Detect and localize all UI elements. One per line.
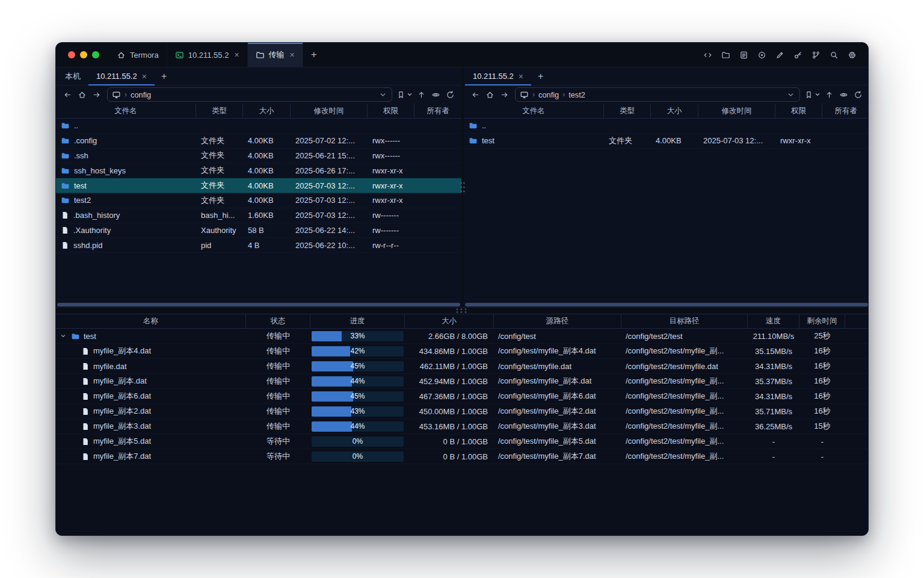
column-header-3[interactable]: 修改时间 — [291, 104, 368, 118]
parent-directory-button[interactable] — [414, 88, 428, 101]
column-header-2[interactable]: 大小 — [243, 104, 291, 118]
main-tab-2[interactable]: 传输× — [248, 43, 303, 67]
home-button[interactable] — [483, 88, 496, 101]
file-row[interactable]: .bash_historybash_hi...1.60KB2025-07-03 … — [56, 208, 461, 223]
log-button[interactable] — [737, 48, 751, 62]
transfer-row[interactable]: myfile_副本6.dat传输中45%467.36MB / 1.00GB/co… — [56, 389, 868, 404]
close-panel-tab-button[interactable]: × — [142, 72, 147, 81]
new-panel-tab-button[interactable]: + — [531, 67, 550, 85]
main-tab-1[interactable]: 10.211.55.2× — [167, 43, 248, 67]
breadcrumb-segment[interactable]: test2 — [568, 90, 585, 99]
transfer-column-header-0[interactable]: 名称 — [56, 314, 246, 328]
file-row[interactable]: .XauthorityXauthority58 B2025-06-22 14:.… — [56, 223, 461, 238]
back-button[interactable] — [61, 88, 74, 101]
column-header-1[interactable]: 类型 — [196, 104, 243, 118]
back-button[interactable] — [469, 88, 482, 101]
file-row[interactable]: .. — [464, 119, 869, 134]
file-row[interactable]: test2文件夹4.00KB2025-07-03 12:...rwxr-xr-x — [56, 193, 461, 208]
chevron-down-icon[interactable] — [378, 90, 387, 99]
close-panel-tab-button[interactable]: × — [519, 72, 523, 81]
file-row[interactable]: sshd.pidpid4 B2025-06-22 10:...rw-r--r-- — [56, 238, 461, 253]
show-hidden-button[interactable] — [429, 88, 442, 101]
main-tab-0[interactable]: Termora — [109, 43, 167, 67]
transfer-row[interactable]: myfile_副本2.dat传输中43%450.00MB / 1.00GB/co… — [56, 404, 868, 419]
panel-tab-1[interactable]: 10.211.55.2× — [88, 67, 155, 85]
column-header-5[interactable]: 所有者 — [822, 104, 869, 118]
code-button[interactable] — [701, 48, 715, 62]
transfer-row[interactable]: myfile_副本.dat传输中44%452.94MB / 1.00GB/con… — [56, 374, 868, 389]
parent-directory-button[interactable] — [822, 88, 836, 101]
search-button[interactable] — [827, 48, 841, 62]
bookmark-button[interactable] — [804, 88, 821, 101]
file-row[interactable]: .config文件夹4.00KB2025-07-02 12:...rwx----… — [56, 134, 461, 149]
path-breadcrumb[interactable]: ›config — [107, 87, 392, 102]
minimize-window-button[interactable] — [80, 51, 87, 58]
transfer-row[interactable]: myfile_副本4.dat传输中42%434.86MB / 1.00GB/co… — [56, 344, 868, 359]
column-header-4[interactable]: 权限 — [368, 104, 414, 118]
edit-button[interactable] — [773, 48, 787, 62]
transfer-column-header-1[interactable]: 状态 — [246, 314, 310, 328]
branch-button[interactable] — [809, 48, 823, 62]
transfer-column-header-7[interactable]: 剩余时间 — [799, 314, 845, 328]
column-header-0[interactable]: 文件名 — [56, 104, 196, 118]
close-tab-button[interactable]: × — [290, 51, 295, 59]
cell-modified: 2025-07-03 12:... — [291, 181, 368, 190]
transfer-row[interactable]: test传输中33%2.66GB / 8.00GB/config/test/co… — [56, 329, 868, 344]
home-button[interactable] — [75, 88, 88, 101]
refresh-button[interactable] — [851, 88, 864, 101]
close-window-button[interactable] — [68, 51, 75, 58]
transfer-row[interactable]: myfile_副本5.dat等待中0%0 B / 1.00GB/config/t… — [56, 434, 868, 449]
settings-button[interactable] — [845, 48, 859, 62]
column-header-3[interactable]: 修改时间 — [698, 104, 775, 118]
file-row[interactable]: ssh_host_keys文件夹4.00KB2025-06-26 17:...r… — [56, 163, 461, 178]
file-row[interactable]: test文件夹4.00KB2025-07-03 12:...rwxr-xr-x — [464, 134, 869, 149]
scrollbar-thumb[interactable] — [57, 303, 460, 306]
transfer-column-header-3[interactable]: 大小 — [405, 314, 494, 328]
breadcrumb-segment[interactable]: config — [538, 90, 559, 99]
cell-filename: ssh_host_keys — [56, 166, 196, 175]
transfer-row[interactable]: myfile.dat传输中45%462.11MB / 1.00GB/config… — [56, 359, 868, 374]
transfer-column-header-5[interactable]: 目标路径 — [621, 314, 748, 328]
transfer-column-header-4[interactable]: 源路径 — [494, 314, 621, 328]
breadcrumb-segment[interactable]: config — [131, 90, 151, 99]
chevron-down-icon[interactable] — [786, 90, 795, 99]
forward-button[interactable] — [90, 88, 103, 101]
key-button[interactable] — [791, 48, 805, 62]
column-header-4[interactable]: 权限 — [775, 104, 822, 118]
path-breadcrumb[interactable]: ›config›test2 — [515, 87, 800, 102]
chevron-down-icon[interactable] — [60, 332, 67, 340]
column-header-5[interactable]: 所有者 — [414, 104, 461, 118]
cell-size: 4.00KB — [243, 151, 291, 160]
bookmark-button[interactable] — [396, 88, 413, 101]
scrollbar-thumb[interactable] — [465, 303, 868, 306]
forward-button[interactable] — [497, 88, 511, 101]
panel-tab-0[interactable]: 本机 — [57, 67, 88, 85]
refresh-button[interactable] — [443, 88, 457, 101]
show-hidden-button[interactable] — [837, 88, 850, 101]
record-button[interactable] — [755, 48, 769, 62]
zoom-window-button[interactable] — [92, 51, 99, 58]
folder-button[interactable] — [719, 48, 733, 62]
column-header-2[interactable]: 大小 — [651, 104, 698, 118]
file-row[interactable]: .. — [56, 119, 461, 134]
horizontal-scrollbar[interactable] — [57, 303, 460, 306]
cell-name: myfile_副本6.dat — [56, 391, 246, 402]
transfer-row[interactable]: myfile_副本7.dat等待中0%0 B / 1.00GB/config/t… — [56, 449, 868, 464]
new-main-tab-button[interactable]: + — [303, 43, 325, 67]
transfer-row[interactable]: myfile_副本3.dat传输中44%453.16MB / 1.00GB/co… — [56, 419, 868, 434]
transfer-column-header-2[interactable]: 进度 — [310, 314, 405, 328]
splitter-grip-icon[interactable] — [455, 308, 469, 314]
traffic-lights — [56, 43, 109, 67]
splitter-grip-icon[interactable] — [460, 181, 466, 195]
file-row[interactable]: .ssh文件夹4.00KB2025-06-21 15:...rwx------ — [56, 149, 461, 164]
file-row[interactable]: test文件夹4.00KB2025-07-03 12:...rwxr-xr-x — [56, 178, 461, 193]
panel-tab-0[interactable]: 10.211.55.2× — [465, 67, 531, 85]
column-header-1[interactable]: 类型 — [604, 104, 651, 118]
cell-source-path: /config/test/myfile_副本6.dat — [494, 391, 621, 402]
transfer-column-header-6[interactable]: 速度 — [748, 314, 799, 328]
horizontal-scrollbar[interactable] — [465, 303, 868, 306]
new-panel-tab-button[interactable]: + — [155, 67, 173, 85]
close-tab-button[interactable]: × — [234, 51, 239, 59]
horizontal-splitter[interactable] — [56, 307, 868, 314]
column-header-0[interactable]: 文件名 — [464, 104, 604, 118]
